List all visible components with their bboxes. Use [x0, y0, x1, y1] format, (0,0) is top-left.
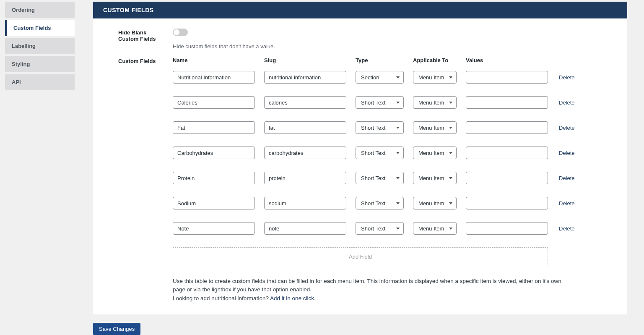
applicable-select[interactable]: Menu Item	[413, 121, 457, 134]
header-type: Type	[356, 57, 404, 63]
applicable-select[interactable]: Menu Item	[413, 147, 457, 159]
delete-link[interactable]: Delete	[557, 74, 578, 81]
delete-link[interactable]: Delete	[557, 150, 578, 156]
type-select[interactable]: SectionShort Text	[356, 71, 404, 84]
field-row: SectionShort TextMenu ItemDelete	[173, 96, 610, 109]
name-input[interactable]	[173, 71, 255, 84]
header-applicable: Applicable To	[413, 57, 457, 63]
name-input[interactable]	[173, 96, 255, 109]
field-row: SectionShort TextMenu ItemDelete	[173, 71, 610, 84]
type-select[interactable]: SectionShort Text	[356, 121, 404, 134]
values-input[interactable]	[466, 222, 548, 235]
type-select[interactable]: SectionShort Text	[356, 172, 404, 184]
add-nutritional-link[interactable]: Add it in one click	[270, 295, 314, 301]
description-text: Use this table to create custom fields t…	[173, 277, 575, 303]
name-input[interactable]	[173, 121, 255, 134]
values-input[interactable]	[466, 172, 548, 184]
applicable-select[interactable]: Menu Item	[413, 172, 457, 184]
slug-input[interactable]	[264, 172, 346, 184]
sidebar-item-custom-fields[interactable]: Custom Fields	[5, 20, 75, 36]
header-name: Name	[173, 57, 255, 63]
applicable-select[interactable]: Menu Item	[413, 197, 457, 209]
sidebar-item-ordering[interactable]: Ordering	[5, 2, 75, 18]
sidebar-item-styling[interactable]: Styling	[5, 56, 75, 72]
panel-title: CUSTOM FIELDS	[93, 2, 627, 18]
name-input[interactable]	[173, 222, 255, 235]
values-input[interactable]	[466, 96, 548, 109]
name-input[interactable]	[173, 197, 255, 209]
field-row: SectionShort TextMenu ItemDelete	[173, 121, 610, 134]
main-content: CUSTOM FIELDS Hide Blank Custom Fields H…	[75, 0, 644, 335]
hide-blank-help: Hide custom fields that don't have a val…	[173, 43, 610, 50]
delete-link[interactable]: Delete	[557, 99, 578, 106]
delete-link[interactable]: Delete	[557, 225, 578, 232]
custom-fields-panel: CUSTOM FIELDS Hide Blank Custom Fields H…	[93, 2, 627, 314]
type-select[interactable]: SectionShort Text	[356, 147, 404, 159]
type-select[interactable]: SectionShort Text	[356, 222, 404, 235]
slug-input[interactable]	[264, 71, 346, 84]
name-input[interactable]	[173, 147, 255, 159]
values-input[interactable]	[466, 121, 548, 134]
name-input[interactable]	[173, 172, 255, 184]
slug-input[interactable]	[264, 121, 346, 134]
field-row: SectionShort TextMenu ItemDelete	[173, 222, 610, 235]
values-input[interactable]	[466, 71, 548, 84]
field-row: SectionShort TextMenu ItemDelete	[173, 172, 610, 184]
add-field-button[interactable]: Add Field	[173, 247, 548, 266]
values-input[interactable]	[466, 147, 548, 159]
custom-fields-label: Custom Fields	[118, 57, 173, 303]
delete-link[interactable]: Delete	[557, 175, 578, 181]
fields-header: Name Slug Type Applicable To Values	[173, 57, 610, 63]
header-slug: Slug	[264, 57, 346, 63]
field-row: SectionShort TextMenu ItemDelete	[173, 147, 610, 159]
delete-link[interactable]: Delete	[557, 200, 578, 207]
sidebar: Ordering Custom Fields Labelling Styling…	[0, 0, 75, 335]
hide-blank-toggle[interactable]	[173, 29, 188, 36]
save-changes-button[interactable]: Save Changes	[93, 323, 140, 335]
slug-input[interactable]	[264, 147, 346, 159]
header-values: Values	[466, 57, 548, 63]
field-row: SectionShort TextMenu ItemDelete	[173, 197, 610, 209]
hide-blank-label: Hide Blank Custom Fields	[118, 29, 173, 50]
delete-link[interactable]: Delete	[557, 125, 578, 131]
applicable-select[interactable]: Menu Item	[413, 96, 457, 109]
applicable-select[interactable]: Menu Item	[413, 222, 457, 235]
type-select[interactable]: SectionShort Text	[356, 96, 404, 109]
slug-input[interactable]	[264, 96, 346, 109]
applicable-select[interactable]: Menu Item	[413, 71, 457, 84]
sidebar-item-api[interactable]: API	[5, 74, 75, 90]
slug-input[interactable]	[264, 222, 346, 235]
type-select[interactable]: SectionShort Text	[356, 197, 404, 209]
slug-input[interactable]	[264, 197, 346, 209]
sidebar-item-labelling[interactable]: Labelling	[5, 38, 75, 54]
values-input[interactable]	[466, 197, 548, 209]
